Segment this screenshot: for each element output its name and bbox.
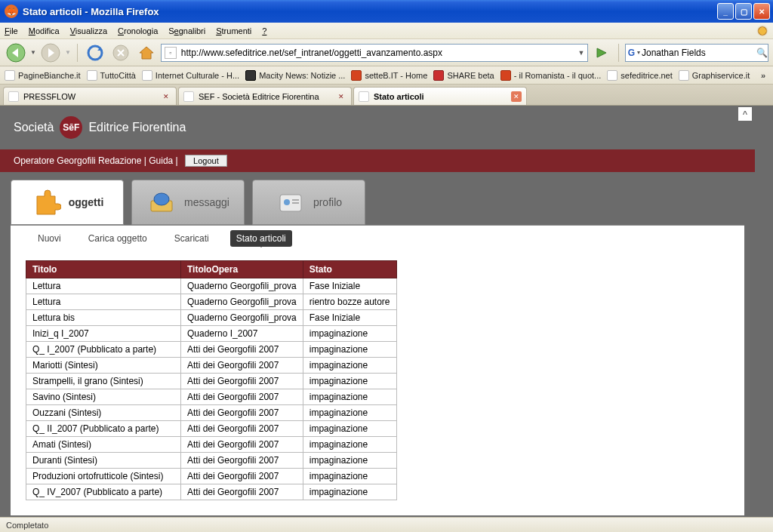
bookmark-item[interactable]: TuttoCittà [87,70,136,81]
home-button[interactable] [135,42,158,63]
tab-profilo[interactable]: profilo [252,180,365,225]
table-cell: impaginazione [303,453,396,469]
close-button[interactable]: ✕ [753,3,770,20]
scroll-up-icon[interactable]: ^ [738,107,752,121]
tab-messaggi[interactable]: messaggi [131,180,245,225]
table-cell: Lettura bis [26,310,181,326]
bookmark-item[interactable]: Graphiservice.it [679,70,750,81]
menu-cronologia[interactable]: Cronologia [118,26,158,35]
table-cell: Quaderno I_2007 [181,326,303,342]
menu-help[interactable]: ? [262,26,266,35]
bookmark-item[interactable]: PagineBianche.it [5,70,81,81]
table-row[interactable]: LetturaQuaderno Georgofili_provarientro … [26,294,397,310]
brand-text-post: Editrice Fiorentina [88,121,186,134]
table-row[interactable]: Savino (Sintesi)Atti dei Georgofili 2007… [26,389,397,405]
tab-favicon [8,91,19,102]
logout-button[interactable]: Logout [185,155,227,167]
guide-link[interactable]: Guida [149,155,173,166]
go-button[interactable] [594,45,609,60]
table-cell: Lettura [26,294,181,310]
svg-point-2 [88,46,102,60]
bookmark-item[interactable]: sefeditrice.net [607,70,672,81]
search-input[interactable] [640,46,756,60]
table-cell: impaginazione [303,469,396,484]
table-cell: Atti dei Georgofili 2007 [181,358,303,374]
table-cell: Quaderno Georgofili_prova [181,278,303,294]
table-cell: Atti dei Georgofili 2007 [181,374,303,389]
table-row[interactable]: Q_ IV_2007 (Pubblicato a parte)Atti dei … [26,484,397,500]
status-bar: Completato [0,517,773,532]
bookmark-item[interactable]: setteB.IT - Home [351,70,427,81]
url-bar[interactable]: ▫ ▼ [161,44,588,62]
maximize-button[interactable]: ▢ [735,3,752,20]
bookmark-icon [245,70,256,81]
table-row[interactable]: Lettura bisQuaderno Georgofili_provaFase… [26,310,397,326]
page-viewport[interactable]: ^ Società SēF Editrice Fiorentina Operat… [0,106,773,517]
bookmark-item[interactable]: Macity News: Notizie ... [245,70,345,81]
table-cell: Atti dei Georgofili 2007 [181,484,303,500]
minimize-button[interactable]: _ [717,3,734,20]
bookmark-item[interactable]: SHARE beta [433,70,494,81]
browser-tab[interactable]: SEF - Società Editrice Fiorentina ✕ [178,87,352,105]
table-row[interactable]: Ouzzani (Sintesi)Atti dei Georgofili 200… [26,405,397,421]
col-stato: Stato [303,261,396,278]
table-row[interactable]: Mariotti (Sintesi)Atti dei Georgofili 20… [26,358,397,374]
menu-file[interactable]: File [5,26,18,35]
menu-visualizza[interactable]: Visualizza [70,26,107,35]
table-row[interactable]: LetturaQuaderno Georgofili_provaFase Ini… [26,278,397,294]
window-title: Stato articoli - Mozilla Firefox [23,6,717,17]
menu-modifica[interactable]: Modifica [29,26,60,35]
forward-button[interactable] [39,42,62,63]
browser-tab[interactable]: PRESSFLOW ✕ [3,87,177,105]
table-row[interactable]: Produzioni ortofrutticole (Sintesi)Atti … [26,469,397,484]
stop-button[interactable] [109,42,132,63]
table-cell: Atti dei Georgofili 2007 [181,437,303,453]
subtab-nuovi[interactable]: Nuovi [32,230,67,247]
url-input[interactable] [180,46,575,60]
search-engine-icon[interactable]: G [626,48,637,58]
table-row[interactable]: Duranti (Sintesi)Atti dei Georgofili 200… [26,453,397,469]
window-titlebar: 🦊 Stato articoli - Mozilla Firefox _ ▢ ✕ [0,0,773,23]
table-cell: Atti dei Georgofili 2007 [181,421,303,437]
subtab-carica[interactable]: Carica oggetto [82,230,153,247]
table-row[interactable]: Amati (Sintesi)Atti dei Georgofili 2007i… [26,437,397,453]
table-cell: Atti dei Georgofili 2007 [181,342,303,358]
menu-segnalibri[interactable]: Segnalibri [168,26,205,35]
bookmark-icon [87,70,97,81]
navigation-toolbar: ▼ ▼ ▫ ▼ G ▾ 🔍 [0,39,773,66]
page-favicon: ▫ [165,47,177,59]
tab-close-icon[interactable]: ✕ [511,91,522,102]
tab-label: oggetti [69,196,104,208]
table-cell: Atti dei Georgofili 2007 [181,469,303,484]
table-cell: impaginazione [303,421,396,437]
back-button[interactable] [5,42,27,63]
tab-label: messaggi [184,196,229,208]
browser-tab[interactable]: Stato articoli ✕ [353,87,527,105]
tab-close-icon[interactable]: ✕ [336,91,346,102]
table-cell: Savino (Sintesi) [26,389,181,405]
table-row[interactable]: Strampelli, il grano (Sintesi)Atti dei G… [26,374,397,389]
table-row[interactable]: Q_ I_2007 (Pubblicato a parte)Atti dei G… [26,342,397,358]
table-cell: impaginazione [303,342,396,358]
search-box[interactable]: G ▾ 🔍 [625,44,768,62]
table-cell: impaginazione [303,437,396,453]
subtab-scaricati[interactable]: Scaricati [168,230,215,247]
menu-strumenti[interactable]: Strumenti [216,26,251,35]
table-cell: Quaderno Georgofili_prova [181,310,303,326]
subtab-stato-articoli[interactable]: Stato articoli [230,230,292,247]
table-cell: Mariotti (Sintesi) [26,358,181,374]
tab-oggetti[interactable]: oggetti [11,180,124,225]
table-cell: Ouzzani (Sintesi) [26,405,181,421]
table-row[interactable]: Inizi_q I_2007Quaderno I_2007impaginazio… [26,326,397,342]
forward-dropdown[interactable]: ▼ [65,49,71,56]
table-row[interactable]: Q_ II_2007 (Pubblicato a parte)Atti dei … [26,421,397,437]
url-dropdown[interactable]: ▼ [575,49,587,57]
tab-close-icon[interactable]: ✕ [161,91,171,102]
search-go-icon[interactable]: 🔍 [756,48,768,58]
reload-button[interactable] [84,42,106,63]
bookmark-item[interactable]: - il Romanista - il quot... [500,70,602,81]
bookmarks-overflow[interactable]: » [758,71,768,80]
bookmark-item[interactable]: Internet Culturale - H... [142,70,239,81]
sub-tabs: Nuovi Carica oggetto Scaricati Stato art… [11,225,744,253]
back-dropdown[interactable]: ▼ [30,49,36,56]
